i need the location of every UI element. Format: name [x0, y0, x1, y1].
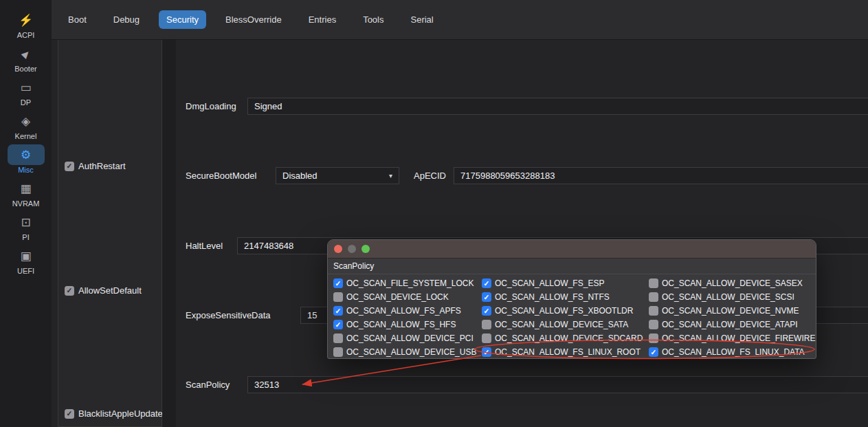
flag-oc-scan-allow-device-firewire[interactable]: OC_SCAN_ALLOW_DEVICE_FIREWIRE	[649, 331, 815, 345]
gear-icon: ⚙	[21, 149, 31, 161]
minimize-icon[interactable]	[348, 245, 356, 253]
exposesensitivedata-label: ExposeSensitiveData	[186, 310, 271, 320]
checkbox[interactable]	[649, 320, 658, 329]
flag-oc-scan-allow-fs-apfs[interactable]: OC_SCAN_ALLOW_FS_APFS	[333, 304, 482, 318]
scanpolicy-popup: ScanPolicy OC_SCAN_FILE_SYSTEM_LOCK OC_S…	[327, 239, 816, 359]
flag-oc-scan-allow-fs-ntfs[interactable]: OC_SCAN_ALLOW_FS_NTFS	[482, 290, 649, 304]
checkbox[interactable]	[482, 320, 491, 329]
authrestart-row[interactable]: AuthRestart	[65, 161, 126, 171]
checkbox[interactable]	[333, 306, 343, 316]
flag-oc-scan-allow-device-scsi[interactable]: OC_SCAN_ALLOW_DEVICE_SCSI	[649, 290, 815, 304]
checkbox[interactable]	[333, 292, 343, 302]
sidebar-item-nvram[interactable]: ▦NVRAM	[3, 178, 49, 208]
checkbox-label: OC_SCAN_ALLOW_DEVICE_FIREWIRE	[662, 333, 815, 343]
pi-icon-box: ⊡	[8, 212, 45, 232]
checkbox-label: OC_SCAN_DEVICE_LOCK	[346, 292, 449, 302]
checkbox[interactable]	[333, 278, 343, 288]
flag-oc-scan-allow-fs-esp[interactable]: OC_SCAN_ALLOW_FS_ESP	[482, 276, 649, 290]
flag-oc-scan-allow-fs-xbootldr[interactable]: OC_SCAN_ALLOW_FS_XBOOTLDR	[482, 304, 649, 318]
checkbox[interactable]	[649, 347, 658, 357]
scanpolicy-flag-grid: OC_SCAN_FILE_SYSTEM_LOCK OC_SCAN_DEVICE_…	[333, 276, 813, 359]
sidebar-item-dp[interactable]: ▭DP	[3, 77, 49, 107]
scanpolicy-label: ScanPolicy	[186, 380, 230, 390]
checkbox[interactable]	[649, 292, 658, 302]
checkbox-label: OC_SCAN_ALLOW_DEVICE_PCI	[346, 333, 474, 343]
checkbox-label: OC_SCAN_ALLOW_DEVICE_ATAPI	[662, 320, 798, 329]
sidebar-item-acpi[interactable]: ⚡ACPI	[3, 10, 49, 39]
sidebar-item-pi[interactable]: ⊡PI	[3, 212, 49, 241]
checkbox-label: OC_SCAN_ALLOW_FS_LINUX_DATA	[662, 347, 805, 357]
checkbox[interactable]	[482, 278, 491, 288]
sidebar: ⚡ACPI ►Booter ▭DP ◈Kernel ⚙Misc ▦NVRAM ⊡…	[0, 0, 52, 427]
box-icon: ▣	[20, 250, 31, 262]
scanpolicy-value: 32513	[254, 380, 279, 390]
tab-blessoverride[interactable]: BlessOverride	[218, 10, 289, 29]
sidebar-item-label: Booter	[14, 65, 36, 73]
flag-oc-scan-allow-device-atapi[interactable]: OC_SCAN_ALLOW_DEVICE_ATAPI	[649, 318, 815, 331]
dmgloading-input[interactable]: Signed	[247, 98, 868, 115]
flag-oc-scan-allow-device-sata[interactable]: OC_SCAN_ALLOW_DEVICE_SATA	[482, 318, 649, 331]
securebootmodel-dropdown[interactable]: Disabled▾	[276, 167, 399, 184]
checkbox-label: OC_SCAN_ALLOW_FS_ESP	[495, 278, 604, 288]
sidebar-item-uefi[interactable]: ▣UEFI	[3, 245, 49, 275]
booter-icon-box: ►	[8, 43, 45, 64]
checkbox-label: OC_SCAN_ALLOW_FS_APFS	[346, 306, 461, 316]
checkbox[interactable]	[333, 333, 343, 343]
checkbox[interactable]	[333, 320, 343, 329]
flag-oc-scan-device-lock[interactable]: OC_SCAN_DEVICE_LOCK	[333, 290, 482, 304]
flag-oc-scan-allow-device-usb[interactable]: OC_SCAN_ALLOW_DEVICE_USB	[333, 345, 482, 359]
checkbox[interactable]	[482, 347, 491, 357]
securebootmodel-label: SecureBootModel	[186, 171, 256, 181]
tab-tools[interactable]: Tools	[355, 10, 391, 29]
zoom-icon[interactable]	[361, 245, 370, 253]
allowsetdefault-checkbox[interactable]	[65, 286, 74, 296]
checkbox[interactable]	[482, 292, 491, 302]
blacklistappleupdate-row[interactable]: BlacklistAppleUpdate	[65, 408, 163, 419]
tab-boot[interactable]: Boot	[60, 10, 94, 29]
flag-oc-scan-allow-fs-hfs[interactable]: OC_SCAN_ALLOW_FS_HFS	[333, 318, 482, 331]
checkbox[interactable]	[482, 306, 491, 316]
popup-titlebar[interactable]	[328, 240, 816, 259]
checkbox[interactable]	[333, 347, 343, 357]
flag-oc-scan-allow-device-sdcard[interactable]: OC_SCAN_ALLOW_DEVICE_SDCARD	[482, 331, 649, 345]
blacklistappleupdate-checkbox[interactable]	[65, 409, 74, 419]
checkbox[interactable]	[482, 333, 491, 343]
close-icon[interactable]	[334, 245, 342, 253]
sidebar-item-label: ACPI	[17, 31, 35, 39]
checkbox[interactable]	[649, 333, 658, 343]
sidebar-item-kernel[interactable]: ◈Kernel	[3, 111, 49, 140]
checkbox-label: AuthRestart	[78, 161, 126, 171]
sidebar-item-misc[interactable]: ⚙Misc	[3, 144, 49, 174]
flag-oc-scan-allow-fs-linux-data[interactable]: OC_SCAN_ALLOW_FS_LINUX_DATA	[649, 345, 815, 359]
haltlevel-label: HaltLevel	[186, 241, 223, 251]
checkbox[interactable]	[649, 278, 658, 288]
flag-oc-scan-file-system-lock[interactable]: OC_SCAN_FILE_SYSTEM_LOCK	[333, 276, 482, 290]
scanpolicy-input[interactable]: 32513	[247, 376, 868, 393]
apecid-value: 7175988059653288183	[460, 171, 555, 181]
dmgloading-value: Signed	[254, 101, 282, 111]
lightning-icon: ⚡	[19, 14, 33, 26]
security-page: AuthRestart AllowSetDefault BlacklistApp…	[52, 40, 868, 427]
sidebar-item-label: Misc	[18, 166, 34, 174]
tab-security[interactable]: Security	[159, 10, 206, 29]
securebootmodel-value: Disabled	[282, 171, 318, 181]
flag-oc-scan-allow-device-nvme[interactable]: OC_SCAN_ALLOW_DEVICE_NVME	[649, 304, 815, 318]
allowsetdefault-row[interactable]: AllowSetDefault	[65, 285, 142, 296]
uefi-icon-box: ▣	[8, 245, 45, 266]
flag-oc-scan-allow-fs-linux-root[interactable]: OC_SCAN_ALLOW_FS_LINUX_ROOT	[482, 345, 649, 359]
flag-oc-scan-allow-device-sasex[interactable]: OC_SCAN_ALLOW_DEVICE_SASEX	[649, 276, 815, 290]
flag-oc-scan-allow-device-pci[interactable]: OC_SCAN_ALLOW_DEVICE_PCI	[333, 331, 482, 345]
tab-serial[interactable]: Serial	[403, 10, 441, 29]
dart-icon: ►	[18, 45, 34, 62]
tab-debug[interactable]: Debug	[106, 10, 147, 29]
checkbox-label: OC_SCAN_FILE_SYSTEM_LOCK	[346, 278, 474, 288]
authrestart-checkbox[interactable]	[65, 162, 74, 171]
acpi-icon-box: ⚡	[8, 10, 45, 30]
checkbox-label: OC_SCAN_ALLOW_FS_LINUX_ROOT	[495, 347, 641, 357]
nvram-icon-box: ▦	[8, 178, 45, 199]
apecid-input[interactable]: 7175988059653288183	[454, 167, 868, 184]
sidebar-item-booter[interactable]: ►Booter	[3, 43, 49, 73]
tab-entries[interactable]: Entries	[301, 10, 344, 29]
checkbox-label: OC_SCAN_ALLOW_FS_XBOOTLDR	[495, 306, 633, 316]
checkbox[interactable]	[649, 306, 658, 316]
